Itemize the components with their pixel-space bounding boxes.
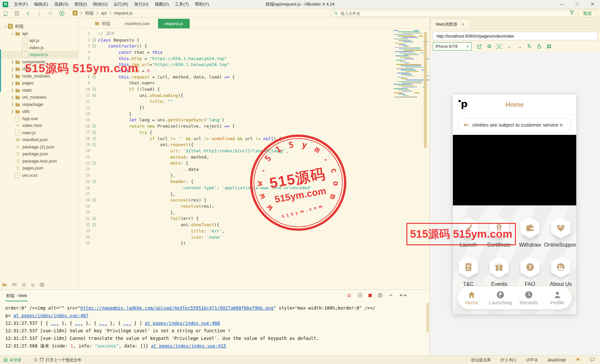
tree-item-static[interactable]: ❯static (0, 87, 78, 94)
fold-marker-icon[interactable]: – (90, 180, 98, 183)
web-globe-icon[interactable] (40, 282, 45, 288)
fold-marker-icon[interactable]: – (90, 45, 98, 47)
fold-marker-icon[interactable]: – (90, 131, 98, 134)
editor-tab-manifest.json[interactable]: manifest.json (118, 19, 157, 28)
browser-forward-icon[interactable]: → (517, 44, 522, 49)
console-link[interactable]: at pages/index/index.vue:487 (13, 313, 88, 318)
breadcrumb-item[interactable]: api (101, 11, 107, 15)
grid-item-events[interactable]: Events (484, 257, 515, 287)
menu-item-3[interactable]: 选择(S) (51, 0, 71, 9)
debug-bug-icon[interactable] (21, 282, 26, 288)
feedback-bubble-icon[interactable] (590, 357, 595, 363)
fold-marker-icon[interactable]: – (90, 94, 98, 97)
navigate-back-icon[interactable] (22, 9, 34, 17)
tree-scroll-indicator[interactable] (0, 49, 1, 92)
search-input[interactable] (340, 11, 569, 16)
console-link[interactable]: ... (51, 320, 59, 326)
menu-item-1[interactable]: 文件(F) (11, 0, 31, 9)
tree-item-request.js[interactable]: Jrequest.js (0, 51, 78, 58)
fold-marker-icon[interactable]: – (90, 88, 98, 91)
fold-marker-icon[interactable]: – (90, 223, 98, 226)
tree-chevron-icon[interactable]: ❯ (11, 102, 14, 106)
console-link[interactable]: at pages/index/index.vue:415 (151, 343, 226, 349)
tree-item-uni-modules[interactable]: ❯uni_modules (0, 94, 78, 101)
tree-item-api[interactable]: ∨api (0, 30, 78, 37)
status-item-1[interactable]: 语法提示库 (471, 357, 491, 363)
console-link[interactable]: ... (75, 320, 83, 326)
tree-item-index.js[interactable]: Jindex.js (0, 44, 78, 51)
grid-item-withdraw[interactable]: Withdraw (515, 217, 546, 248)
tree-item-manifest.json[interactable]: [⚙]manifest.json (0, 136, 78, 143)
maximize-button[interactable]: □ (570, 0, 585, 9)
menu-item-4[interactable]: 查找(I) (71, 0, 90, 9)
notice-bar[interactable]: ctivities are subject to customer servic… (453, 115, 576, 135)
new-file-icon[interactable] (0, 9, 11, 17)
screenshot-icon[interactable] (496, 44, 502, 49)
grid-item-t-c[interactable]: T&C (453, 257, 484, 287)
menu-item-9[interactable]: 工具(T) (172, 0, 192, 9)
fold-marker-icon[interactable]: – (90, 125, 98, 128)
tree-chevron-icon[interactable]: ❯ (11, 88, 14, 92)
tree-item-index.html[interactable]: <>index.html (0, 122, 78, 129)
browser-tab[interactable]: Web浏览器 ✕ (431, 19, 470, 29)
open-last-preview[interactable]: ☰ 打开上一个预览文件 (34, 357, 81, 363)
close-tab-icon[interactable]: ✕ (461, 22, 465, 27)
editor-scrollbar[interactable] (424, 32, 427, 148)
close-button[interactable]: ✕ (585, 0, 600, 9)
minimize-button[interactable]: — (554, 0, 570, 9)
bookmark-star-icon[interactable]: ☆ (45, 9, 56, 17)
grid-item-faq[interactable]: ?FAQ (515, 257, 546, 287)
refresh-icon[interactable]: ↻ (31, 283, 35, 288)
tree-item-utils[interactable]: ❯utils (0, 108, 78, 115)
fold-marker-icon[interactable]: – (90, 162, 98, 165)
status-item-3[interactable]: UTF-8 (526, 358, 537, 362)
editor-tab-request.js[interactable]: request.js (158, 19, 190, 28)
breadcrumb-item[interactable]: request.js (114, 11, 133, 15)
video-banner[interactable] (453, 135, 576, 205)
nav-item-launching[interactable]: Launching (486, 286, 515, 309)
console-link[interactable]: ... (123, 320, 131, 326)
menu-item-2[interactable]: 编辑(E) (31, 0, 51, 9)
save-icon[interactable] (11, 9, 22, 17)
tree-chevron-icon[interactable]: ❯ (11, 67, 14, 71)
preview-button[interactable]: 预览 (578, 10, 597, 17)
stop-icon[interactable] (368, 294, 372, 297)
status-item-4[interactable]: JavaScript (547, 358, 566, 362)
open-external-icon[interactable] (477, 44, 482, 49)
editor-tab--[interactable]: 前端 (88, 19, 117, 28)
fold-marker-icon[interactable]: – (90, 217, 98, 220)
nav-item-records[interactable]: Records (515, 286, 543, 309)
nav-item-profile[interactable]: Profile (543, 286, 572, 309)
file-search-box[interactable] (332, 10, 571, 17)
tree-chevron-icon[interactable]: ❯ (11, 109, 14, 113)
filter-funnel-icon[interactable] (569, 10, 574, 16)
console-link[interactable]: ... (99, 320, 107, 326)
tree-item-uni.scss[interactable]: Suni.scss (0, 172, 78, 179)
run-icon[interactable] (56, 9, 67, 17)
gear-icon[interactable]: ⚙ (487, 44, 491, 49)
grid-apps-icon[interactable] (547, 44, 552, 49)
console-link[interactable]: at pages/index/index.vue:488 (145, 320, 220, 326)
menu-item-6[interactable]: 运行(R) (111, 0, 131, 9)
rerun-icon[interactable] (358, 293, 363, 298)
url-input[interactable] (433, 32, 597, 40)
tree-item-app.vue[interactable]: VApp.vue (0, 115, 78, 122)
tree-chevron-icon[interactable]: ❯ (11, 95, 14, 99)
tree-chevron-icon[interactable]: ❯ (11, 60, 14, 64)
tree-item-package.json[interactable]: [ ]package.json (0, 150, 78, 158)
console-link[interactable]: https://newadmin.jqdkkk.com/upload/4e3fe… (80, 305, 273, 311)
tree-item-main.js[interactable]: Jmain.js (0, 129, 78, 136)
capture-icon[interactable] (378, 293, 383, 298)
menu-item-7[interactable]: 发行(U) (131, 0, 151, 9)
tree-item-package-lock.json[interactable]: [ ]package-lock.json (0, 158, 78, 165)
browser-back-icon[interactable]: ← (507, 44, 512, 49)
navigate-forward-icon[interactable] (34, 9, 45, 17)
tree-item-api.js[interactable]: Japi.js (0, 37, 78, 44)
console-scrollbar[interactable] (426, 303, 429, 333)
minimap[interactable] (394, 30, 426, 103)
console-tab[interactable]: 前端 - Web (5, 290, 28, 301)
grid-item-about-us[interactable]: About Us (546, 257, 577, 287)
find-in-files-icon[interactable] (12, 282, 17, 288)
debug-bug-icon[interactable] (347, 293, 352, 298)
tree-chevron-icon[interactable]: ∨ (3, 24, 7, 28)
